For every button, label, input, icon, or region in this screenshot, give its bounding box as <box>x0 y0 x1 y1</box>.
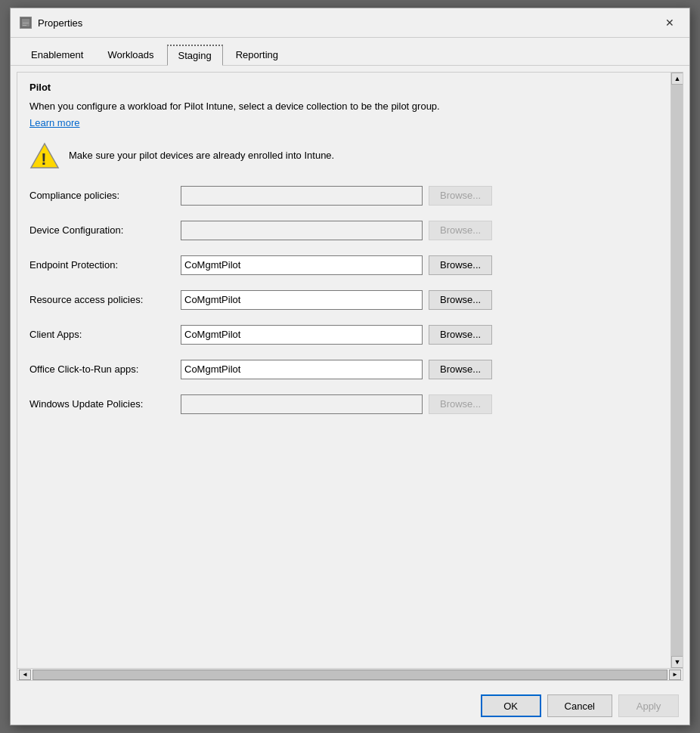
scroll-right-arrow[interactable]: ► <box>669 670 681 680</box>
svg-text:!: ! <box>41 150 46 169</box>
field-row: Compliance policies:Browse... <box>29 186 658 206</box>
properties-dialog: Properties ✕ Enablement Workloads Stagin… <box>10 8 690 725</box>
apply-button[interactable]: Apply <box>618 694 679 717</box>
field-input-endpoint[interactable] <box>181 255 423 275</box>
warning-text: Make sure your pilot devices are already… <box>69 150 334 161</box>
tabs-bar: Enablement Workloads Staging Reporting <box>11 38 689 66</box>
field-input-office[interactable] <box>181 360 423 379</box>
browse-button-office[interactable]: Browse... <box>429 360 492 379</box>
title-bar: Properties ✕ <box>11 8 689 38</box>
field-label-windows_update: Windows Update Policies: <box>29 398 181 410</box>
field-row: Office Click-to-Run apps:Browse... <box>29 360 658 379</box>
browse-button-resource[interactable]: Browse... <box>429 290 492 310</box>
close-button[interactable]: ✕ <box>659 14 680 31</box>
browse-button-windows_update: Browse... <box>429 394 492 414</box>
content-area: Pilot When you configure a workload for … <box>11 66 689 687</box>
field-row: Device Configuration:Browse... <box>29 221 658 240</box>
dialog-title: Properties <box>38 17 82 29</box>
svg-rect-3 <box>23 25 26 26</box>
warning-icon: ! <box>29 141 60 171</box>
field-input-resource[interactable] <box>181 290 423 310</box>
svg-rect-2 <box>23 23 29 23</box>
scroll-up-arrow[interactable]: ▲ <box>671 73 683 85</box>
cancel-button[interactable]: Cancel <box>547 694 612 717</box>
horizontal-scrollbar: ◄ ► <box>17 668 683 680</box>
field-row: Windows Update Policies:Browse... <box>29 394 658 414</box>
browse-button-device_config: Browse... <box>429 221 492 240</box>
main-panel: Pilot When you configure a workload for … <box>17 72 683 681</box>
dialog-icon <box>20 17 32 29</box>
bottom-bar: OK Cancel Apply <box>11 687 689 725</box>
browse-button-client_apps[interactable]: Browse... <box>429 325 492 345</box>
learn-more-link[interactable]: Learn more <box>29 117 79 128</box>
field-row: Client Apps:Browse... <box>29 325 658 345</box>
field-row: Resource access policies:Browse... <box>29 290 658 310</box>
browse-button-endpoint[interactable]: Browse... <box>429 255 492 275</box>
description: When you configure a workload for Pilot … <box>29 99 559 114</box>
field-label-endpoint: Endpoint Protection: <box>29 259 181 271</box>
scroll-track <box>671 85 683 656</box>
field-label-client_apps: Client Apps: <box>29 329 181 340</box>
field-label-device_config: Device Configuration: <box>29 224 181 236</box>
title-bar-left: Properties <box>20 17 82 29</box>
browse-button-compliance: Browse... <box>429 186 492 206</box>
section-title: Pilot <box>29 82 658 93</box>
scroll-down-arrow[interactable]: ▼ <box>671 656 683 668</box>
scroll-left-arrow[interactable]: ◄ <box>19 670 31 680</box>
field-row: Endpoint Protection:Browse... <box>29 255 658 275</box>
tab-staging[interactable]: Staging <box>167 45 223 66</box>
field-input-windows_update <box>181 394 423 414</box>
panel-body: Pilot When you configure a workload for … <box>17 73 683 668</box>
svg-rect-1 <box>23 20 29 21</box>
vertical-scrollbar[interactable]: ▲ ▼ <box>671 73 683 668</box>
h-scroll-track <box>33 670 667 680</box>
fields-container: Compliance policies:Browse...Device Conf… <box>29 186 658 414</box>
field-label-office: Office Click-to-Run apps: <box>29 363 181 375</box>
warning-box: ! Make sure your pilot devices are alrea… <box>29 141 544 171</box>
scrollable-content[interactable]: Pilot When you configure a workload for … <box>17 73 671 668</box>
field-input-device_config <box>181 221 423 240</box>
tab-enablement[interactable]: Enablement <box>20 45 94 66</box>
field-input-client_apps[interactable] <box>181 325 423 345</box>
field-input-compliance <box>181 186 423 206</box>
ok-button[interactable]: OK <box>481 694 541 717</box>
tab-reporting[interactable]: Reporting <box>225 45 290 66</box>
field-label-compliance: Compliance policies: <box>29 190 181 201</box>
field-label-resource: Resource access policies: <box>29 294 181 305</box>
tab-workloads[interactable]: Workloads <box>96 45 165 66</box>
